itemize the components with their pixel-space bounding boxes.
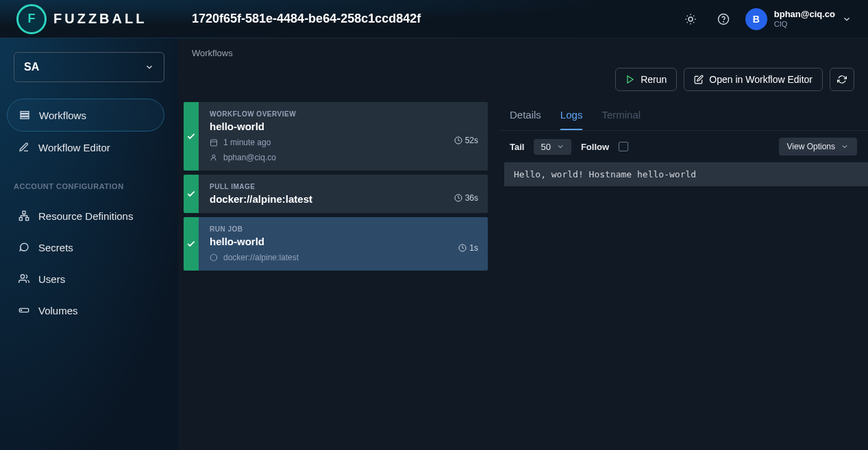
- step-meta-image: docker://alpine:latest: [210, 253, 447, 262]
- tab-details[interactable]: Details: [510, 109, 541, 130]
- tab-logs[interactable]: Logs: [560, 109, 583, 130]
- calendar-icon: [210, 138, 218, 147]
- tail-label: Tail: [510, 142, 524, 152]
- steps-column: WORKFLOW OVERVIEW hello-world 1 minute a…: [184, 102, 488, 450]
- tail-select[interactable]: 50: [534, 139, 571, 155]
- step-meta-user: bphan@ciq.co: [210, 153, 443, 162]
- button-label: Rerun: [641, 74, 667, 85]
- sidebar-item-volumes[interactable]: Volumes: [7, 295, 164, 326]
- step-body: WORKFLOW OVERVIEW hello-world 1 minute a…: [199, 102, 454, 171]
- clock-icon: [454, 194, 462, 202]
- step-kicker: RUN JOB: [210, 225, 447, 233]
- user-email: bphan@ciq.co: [774, 9, 835, 20]
- org-selector[interactable]: SA: [14, 52, 164, 82]
- sidebar: SA Workflows Workflow Editor ACCOUNT CON…: [0, 38, 178, 450]
- chevron-down-icon: [145, 62, 154, 72]
- svg-point-15: [212, 155, 215, 158]
- user-text: bphan@ciq.co CIQ: [774, 9, 835, 29]
- chevron-down-icon: [556, 142, 565, 151]
- app-name: FUZZBALL: [53, 11, 147, 27]
- clock-icon: [454, 136, 462, 145]
- main-content: Workflows Rerun Open in Workflow Editor: [178, 38, 868, 450]
- svg-rect-7: [19, 218, 22, 221]
- app-body: SA Workflows Workflow Editor ACCOUNT CON…: [0, 38, 868, 450]
- pencil-square-icon: [694, 75, 704, 84]
- chat-lock-icon: [18, 241, 30, 253]
- list-icon: [18, 109, 31, 121]
- sidebar-item-secrets[interactable]: Secrets: [7, 232, 164, 263]
- svg-rect-6: [23, 211, 25, 214]
- breadcrumb[interactable]: Workflows: [178, 38, 868, 62]
- header-actions: B bphan@ciq.co CIQ: [680, 8, 868, 30]
- user-org: CIQ: [774, 20, 835, 29]
- breadcrumb-item: Workflows: [192, 48, 233, 58]
- view-options-label: View Options: [787, 142, 835, 151]
- user-icon: [210, 153, 218, 162]
- drive-icon: [18, 304, 30, 316]
- step-title: hello-world: [210, 121, 443, 132]
- page-actions: Rerun Open in Workflow Editor: [178, 62, 868, 102]
- sidebar-item-users[interactable]: Users: [7, 263, 164, 295]
- step-status-success: [184, 175, 199, 213]
- users-icon: [18, 273, 30, 285]
- sidebar-item-label: Workflows: [39, 110, 86, 121]
- step-duration-value: 36s: [465, 193, 478, 203]
- rerun-button[interactable]: Rerun: [615, 68, 677, 91]
- step-duration: 36s: [454, 175, 488, 213]
- step-meta-value: bphan@ciq.co: [223, 153, 276, 162]
- sidebar-item-workflow-editor[interactable]: Workflow Editor: [7, 132, 164, 163]
- pencil-icon: [18, 141, 30, 153]
- help-button[interactable]: [712, 8, 734, 30]
- refresh-button[interactable]: [830, 68, 854, 91]
- button-label: Open in Workflow Editor: [709, 74, 813, 85]
- svg-rect-8: [26, 218, 29, 221]
- avatar: B: [745, 8, 767, 30]
- sidebar-item-label: Workflow Editor: [38, 142, 110, 153]
- step-body: PULL IMAGE docker://alpine:latest: [199, 175, 454, 213]
- check-icon: [186, 189, 196, 199]
- log-output: Hello, world! Hostname hello-world: [504, 162, 868, 186]
- view-options-button[interactable]: View Options: [779, 138, 857, 155]
- detail-tabs: Details Logs Terminal: [499, 102, 868, 131]
- avatar-initial: B: [753, 14, 760, 25]
- org-selector-label: SA: [24, 61, 39, 73]
- step-status-success: [184, 217, 199, 271]
- svg-marker-12: [628, 76, 633, 84]
- sidebar-item-label: Users: [38, 273, 65, 285]
- follow-label: Follow: [581, 142, 609, 152]
- logo-badge: F: [16, 4, 47, 34]
- follow-checkbox[interactable]: [619, 142, 628, 151]
- content-split: WORKFLOW OVERVIEW hello-world 1 minute a…: [178, 102, 868, 450]
- refresh-icon: [837, 75, 847, 84]
- svg-point-2: [723, 21, 723, 22]
- logo[interactable]: F FUZZBALL: [0, 4, 178, 34]
- svg-point-0: [689, 17, 693, 21]
- sitemap-icon: [18, 210, 30, 222]
- logo-letter: F: [28, 12, 36, 26]
- step-pull-image[interactable]: PULL IMAGE docker://alpine:latest 36s: [184, 175, 488, 213]
- step-status-success: [184, 102, 199, 171]
- sidebar-item-label: Volumes: [38, 305, 78, 316]
- tab-terminal[interactable]: Terminal: [602, 109, 641, 130]
- theme-toggle[interactable]: [680, 8, 702, 30]
- step-meta-value: docker://alpine:latest: [223, 253, 299, 262]
- step-kicker: PULL IMAGE: [210, 183, 443, 190]
- step-run-job[interactable]: RUN JOB hello-world docker://alpine:late…: [184, 217, 488, 271]
- step-title: docker://alpine:latest: [210, 193, 443, 205]
- sidebar-item-resource-definitions[interactable]: Resource Definitions: [7, 200, 164, 232]
- sidebar-item-workflows[interactable]: Workflows: [7, 99, 164, 132]
- sidebar-item-label: Secrets: [38, 242, 73, 253]
- open-in-editor-button[interactable]: Open in Workflow Editor: [684, 68, 823, 91]
- check-icon: [186, 239, 196, 249]
- svg-rect-4: [21, 114, 29, 116]
- user-menu[interactable]: B bphan@ciq.co CIQ: [745, 8, 852, 30]
- step-duration-value: 52s: [465, 136, 478, 145]
- app-header: F FUZZBALL 1720f65f-581e-4484-be64-258c1…: [0, 0, 868, 38]
- clock-icon: [458, 244, 467, 252]
- chevron-down-icon: [841, 142, 849, 151]
- step-kicker: WORKFLOW OVERVIEW: [210, 110, 443, 118]
- step-duration: 1s: [458, 217, 488, 271]
- svg-point-9: [21, 275, 24, 278]
- cube-icon: [210, 253, 218, 262]
- step-workflow-overview[interactable]: WORKFLOW OVERVIEW hello-world 1 minute a…: [184, 102, 488, 171]
